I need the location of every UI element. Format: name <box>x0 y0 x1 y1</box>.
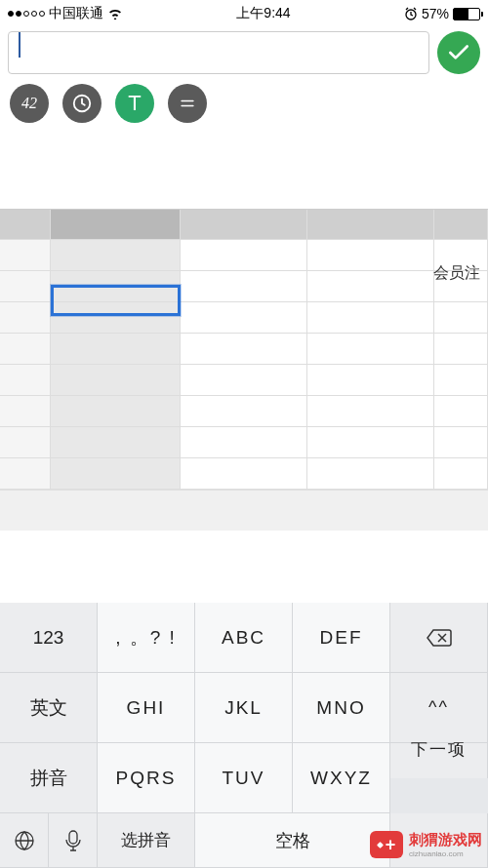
table-row[interactable] <box>0 365 488 396</box>
table-row[interactable] <box>0 427 488 458</box>
table-row[interactable] <box>0 334 488 365</box>
key-def[interactable]: DEF <box>293 603 390 673</box>
menu-button[interactable] <box>168 84 207 123</box>
key-pqrs[interactable]: PQRS <box>98 743 195 813</box>
keyboard: 123 , 。? ! ABC DEF 英文 GHI JKL MNO ^^ 拼音 … <box>0 603 488 868</box>
alarm-icon <box>404 7 418 20</box>
key-pinyin[interactable]: 拼音 <box>0 743 98 813</box>
key-jkl[interactable]: JKL <box>195 673 293 743</box>
key-backspace[interactable] <box>390 603 488 673</box>
table-row[interactable] <box>0 396 488 427</box>
toolbar-gap <box>0 490 488 531</box>
watermark-cn: 刺猬游戏网 <box>409 831 482 849</box>
key-english[interactable]: 英文 <box>0 673 98 743</box>
key-space[interactable]: 空格 <box>195 813 390 868</box>
key-shift[interactable]: ^^ <box>390 673 488 743</box>
number-format-button[interactable]: 42 <box>10 84 49 123</box>
mic-icon <box>64 829 82 852</box>
key-tuv[interactable]: TUV <box>195 743 293 813</box>
time-format-button[interactable] <box>62 84 102 123</box>
carrier-label: 中国联通 <box>49 5 103 22</box>
globe-icon <box>13 829 36 852</box>
clock-icon <box>71 93 93 114</box>
battery-pct: 57% <box>422 6 449 21</box>
format-toolbar: 42 T <box>0 78 488 133</box>
key-abc[interactable]: ABC <box>195 603 293 673</box>
key-globe[interactable] <box>0 813 49 868</box>
suggestion-bar <box>0 531 488 597</box>
watermark-logo: + <box>370 831 403 858</box>
text-format-button[interactable]: T <box>115 84 154 123</box>
confirm-button[interactable] <box>437 31 480 74</box>
key-punct[interactable]: , 。? ! <box>98 603 195 673</box>
key-123[interactable]: 123 <box>0 603 98 673</box>
watermark-en: cizhuaniao.com <box>409 849 482 858</box>
watermark: + 刺猬游戏网 cizhuaniao.com <box>370 831 482 858</box>
key-select-pinyin[interactable]: 选拼音 <box>98 813 195 868</box>
table-row[interactable] <box>0 240 488 271</box>
svg-rect-3 <box>69 831 77 844</box>
signal-icon <box>8 11 45 17</box>
status-bar: 中国联通 上午9:44 57% <box>0 0 488 27</box>
cell-input[interactable] <box>8 31 429 74</box>
status-time: 上午9:44 <box>236 5 290 22</box>
key-ghi[interactable]: GHI <box>98 673 195 743</box>
key-mic[interactable] <box>49 813 98 868</box>
backspace-icon <box>426 628 453 648</box>
menu-icon <box>178 94 197 113</box>
check-icon <box>446 40 471 65</box>
wifi-icon <box>107 8 123 20</box>
cell-selection[interactable] <box>51 285 181 316</box>
battery-icon <box>453 8 480 20</box>
key-wxyz[interactable]: WXYZ <box>293 743 390 813</box>
formula-bar <box>0 27 488 78</box>
column-header-row[interactable] <box>0 209 488 240</box>
sheet-title: 会员注 <box>433 263 480 284</box>
spreadsheet[interactable]: 会员注 <box>0 209 488 490</box>
table-row[interactable] <box>0 458 488 490</box>
key-next[interactable]: 下一项 <box>390 743 488 778</box>
key-mno[interactable]: MNO <box>293 673 390 743</box>
